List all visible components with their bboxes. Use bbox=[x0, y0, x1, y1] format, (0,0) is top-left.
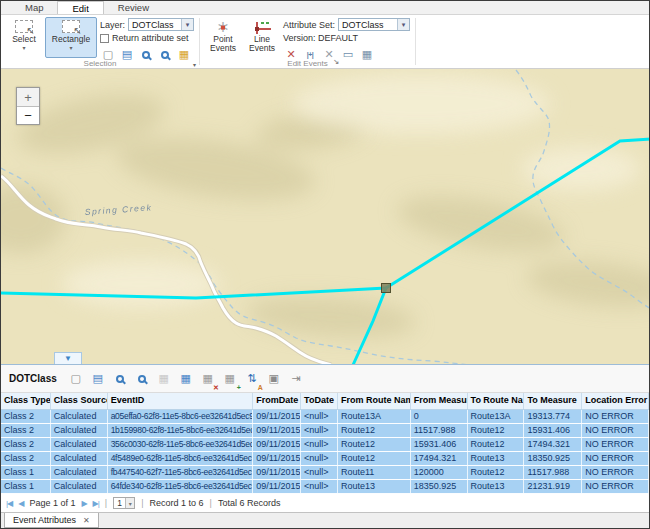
point-events-label: Point Events bbox=[206, 35, 240, 54]
page-number-select[interactable]: 1 ▾ bbox=[113, 497, 135, 509]
attribute-table-toolbar: DOTClass ▢▤▦▦▦✕▦+⇅A▣⇥ bbox=[1, 365, 649, 393]
ribbon-body: Select ▾ Rectangle ▾ Layer: DOTClass ▾ bbox=[1, 15, 649, 69]
total-records-text: Total 6 Records bbox=[218, 498, 281, 508]
table-cell: 19313.774 bbox=[524, 410, 582, 423]
table-cell: NO ERROR bbox=[582, 410, 649, 423]
table-cell: <null> bbox=[301, 410, 338, 423]
tab-label: Event Attributes bbox=[13, 515, 76, 525]
table-cell: Class 2 bbox=[1, 410, 51, 423]
zoom-in-button[interactable]: + bbox=[17, 88, 39, 106]
zoom-out-button[interactable]: − bbox=[17, 106, 39, 124]
table-cell: Calculated bbox=[51, 410, 108, 423]
attribute-set-label: Attribute Set: bbox=[283, 20, 335, 30]
table-cell: NO ERROR bbox=[582, 424, 649, 437]
tab-review[interactable]: Review bbox=[104, 1, 163, 14]
table-cell: 120000 bbox=[411, 466, 468, 479]
column-header[interactable]: From Route Name bbox=[338, 393, 411, 409]
tab-edit[interactable]: Edit bbox=[57, 1, 103, 14]
table-cell: Class 2 bbox=[1, 452, 51, 465]
pagination-bar: |◀ ◀ Page 1 of 1 ▶ ▶| | 1 ▾ | Record 1 t… bbox=[1, 494, 649, 512]
column-header[interactable]: Class Type bbox=[1, 393, 51, 409]
column-header[interactable]: Location Error bbox=[582, 393, 649, 409]
map-viewport[interactable]: Spring Creek + − ▼ bbox=[1, 69, 649, 365]
line-events-button[interactable]: Line Events bbox=[244, 17, 280, 58]
return-attribute-set-label: Return attribute set bbox=[112, 33, 189, 43]
pan-to-selected-icon[interactable] bbox=[133, 370, 151, 388]
column-header[interactable]: FromDate bbox=[253, 393, 301, 409]
edit-events-group: ∗ Point Events Line Events Attribute Set… bbox=[200, 15, 415, 68]
rectangle-tool-button[interactable]: Rectangle ▾ bbox=[45, 17, 97, 58]
table-row[interactable]: Class 2Calculated4f5489e0-62f8-11e5-8bc6… bbox=[1, 452, 649, 466]
map-zoom-control: + − bbox=[16, 87, 40, 125]
select-tool-label: Select bbox=[12, 35, 36, 44]
table-row[interactable]: Class 2Calculated1b159980-62f8-11e5-8bc6… bbox=[1, 424, 649, 438]
page-count-text: Page 1 of 1 bbox=[29, 498, 75, 508]
table-cell: NO ERROR bbox=[582, 466, 649, 479]
rectangle-tool-icon bbox=[62, 20, 80, 33]
table-cell: Route11 bbox=[338, 466, 411, 479]
column-header[interactable]: Class Source bbox=[51, 393, 108, 409]
previous-page-button[interactable]: ◀ bbox=[18, 499, 23, 508]
point-events-icon: ∗ bbox=[216, 20, 229, 35]
table-cell: a05effa0-62f8-11e5-8bc6-ee32641d5ec9 bbox=[108, 410, 254, 423]
return-attribute-set-checkbox[interactable] bbox=[100, 34, 109, 43]
route-junction-marker[interactable] bbox=[382, 284, 391, 293]
table-cell: Class 2 bbox=[1, 438, 51, 451]
table-row[interactable]: Class 2Calculateda05effa0-62f8-11e5-8bc6… bbox=[1, 410, 649, 424]
tab-map[interactable]: Map bbox=[11, 1, 57, 14]
table-cell: Route12 bbox=[338, 424, 411, 437]
table-cell: Route13 bbox=[338, 480, 411, 493]
table-cell: <null> bbox=[301, 438, 338, 451]
table-row[interactable]: Class 2Calculated356c0030-62f8-11e5-8bc6… bbox=[1, 438, 649, 452]
table-header-row: Class TypeClass SourceEventIDFromDateToD… bbox=[1, 393, 649, 410]
first-page-button[interactable]: |◀ bbox=[6, 499, 12, 508]
table-cell: <null> bbox=[301, 466, 338, 479]
column-header[interactable]: ToDate bbox=[301, 393, 338, 409]
close-icon[interactable]: ✕ bbox=[83, 516, 90, 525]
append-records-icon[interactable]: ▦+ bbox=[221, 370, 239, 388]
table-cell: 4f5489e0-62f8-11e5-8bc6-ee32641d5ec9 bbox=[108, 452, 254, 465]
select-tool-button[interactable]: Select ▾ bbox=[6, 17, 42, 58]
last-page-button[interactable]: ▶| bbox=[93, 499, 99, 508]
column-header[interactable]: EventID bbox=[108, 393, 254, 409]
select-records-icon[interactable]: ▢ bbox=[67, 370, 85, 388]
table-cell: 09/11/2015 bbox=[253, 452, 301, 465]
sort-records-icon[interactable]: ⇅A bbox=[243, 370, 261, 388]
attribute-set-combobox[interactable]: DOTClass ▾ bbox=[338, 18, 410, 31]
point-events-button[interactable]: ∗ Point Events bbox=[205, 17, 241, 58]
table-cell: Calculated bbox=[51, 466, 108, 479]
attribute-set-value: DOTClass bbox=[339, 20, 397, 30]
table-row[interactable]: Class 1Calculatedfb447540-62f7-11e5-8bc6… bbox=[1, 466, 649, 480]
table-cell: 17494.321 bbox=[411, 452, 468, 465]
table-cell: NO ERROR bbox=[582, 452, 649, 465]
offset-records-icon[interactable]: ⇥ bbox=[287, 370, 305, 388]
table-cell: 09/11/2015 bbox=[253, 438, 301, 451]
table-cell: 18350.925 bbox=[411, 480, 468, 493]
ribbon-tabs: MapEditReview bbox=[1, 1, 649, 15]
layer-combobox[interactable]: DOTClass ▾ bbox=[128, 18, 194, 31]
column-header[interactable]: To Route Name bbox=[468, 393, 525, 409]
line-events-label: Line Events bbox=[245, 35, 279, 54]
remove-records-icon[interactable]: ▦✕ bbox=[199, 370, 217, 388]
column-header[interactable]: To Measure bbox=[524, 393, 582, 409]
save-icon[interactable]: ▦ bbox=[155, 370, 173, 388]
open-attribute-table-icon[interactable]: ▦ bbox=[177, 370, 195, 388]
table-cell: 09/11/2015 bbox=[253, 424, 301, 437]
attribute-window-icon[interactable]: ▣ bbox=[265, 370, 283, 388]
tab-event-attributes[interactable]: Event Attributes ✕ bbox=[4, 513, 99, 528]
show-selected-records-icon[interactable]: ▤ bbox=[89, 370, 107, 388]
record-range-text: Record 1 to 6 bbox=[150, 498, 204, 508]
edit-events-group-label: Edit Events bbox=[200, 59, 415, 68]
table-cell: 356c0030-62f8-11e5-8bc6-ee32641d5ec9 bbox=[108, 438, 254, 451]
column-header[interactable]: From Measure bbox=[411, 393, 468, 409]
table-cell: fb447540-62f7-11e5-8bc6-ee32641d5ec9 bbox=[108, 466, 254, 479]
next-page-button[interactable]: ▶ bbox=[81, 499, 86, 508]
zoom-to-selected-icon[interactable] bbox=[111, 370, 129, 388]
collapse-panel-button[interactable]: ▼ bbox=[54, 352, 82, 364]
selection-group: Select ▾ Rectangle ▾ Layer: DOTClass ▾ bbox=[1, 15, 199, 68]
ribbon: MapEditReview Select ▾ Rectangle ▾ Layer… bbox=[1, 1, 649, 69]
table-cell: Calculated bbox=[51, 424, 108, 437]
table-row[interactable]: Class 1Calculated64fde340-62f8-11e5-8bc6… bbox=[1, 480, 649, 494]
group-divider bbox=[415, 18, 416, 65]
table-cell: 11517.988 bbox=[411, 424, 468, 437]
